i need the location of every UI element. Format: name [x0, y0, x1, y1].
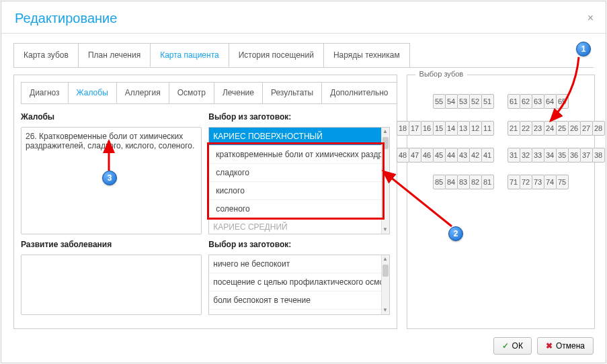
template-item[interactable]: посещение с целью профилактического осмо…	[209, 273, 380, 291]
tooth-46[interactable]: 46	[421, 148, 434, 163]
teeth-panel-label: Выбор зубов	[415, 70, 468, 78]
callout-1: 1	[576, 42, 591, 56]
tooth-26[interactable]: 26	[568, 121, 581, 136]
tooth-85[interactable]: 85	[433, 175, 446, 189]
scrollbar[interactable]: ▲ ▼	[381, 128, 389, 234]
sub-tab-5[interactable]: Результаты	[262, 82, 322, 103]
templates1-list[interactable]: КАРИЕС ПОВЕРХНОСТНЫЙкратковременные боли…	[208, 127, 389, 234]
template-item[interactable]: кислого	[209, 182, 380, 200]
tooth-53[interactable]: 53	[457, 94, 470, 109]
tooth-75[interactable]: 75	[556, 175, 569, 189]
tooth-28[interactable]: 28	[592, 121, 605, 136]
tooth-82[interactable]: 82	[469, 175, 482, 189]
template-item[interactable]: боли беспокоят в течение	[209, 291, 380, 310]
tooth-37[interactable]: 37	[580, 148, 593, 163]
tooth-22[interactable]: 22	[520, 121, 532, 136]
teeth-row: 48474645444342413132333435363738	[397, 148, 605, 163]
tooth-44[interactable]: 44	[445, 148, 458, 163]
disease-dev-text[interactable]	[21, 255, 202, 315]
tooth-32[interactable]: 32	[520, 148, 532, 163]
scroll-down-icon[interactable]: ▼	[382, 226, 389, 234]
tooth-72[interactable]: 72	[520, 175, 532, 189]
tooth-54[interactable]: 54	[445, 94, 458, 109]
template-item[interactable]: сладкого	[209, 164, 380, 182]
tooth-55[interactable]: 55	[433, 94, 446, 109]
tooth-21[interactable]: 21	[508, 121, 520, 136]
templates2-label: Выбор из заготовок:	[208, 238, 389, 251]
close-icon[interactable]: ×	[588, 12, 594, 24]
scroll-up-icon[interactable]: ▲	[382, 128, 389, 136]
tooth-27[interactable]: 27	[580, 121, 593, 136]
sub-tab-1[interactable]: Жалобы	[68, 82, 117, 103]
teeth-group: 4847464544434241	[397, 148, 494, 163]
main-tab-0[interactable]: Карта зубов	[13, 43, 79, 67]
main-tab-1[interactable]: План лечения	[78, 43, 151, 67]
tooth-25[interactable]: 25	[556, 121, 569, 136]
tooth-17[interactable]: 17	[409, 121, 421, 136]
sub-tab-3[interactable]: Осмотр	[169, 82, 214, 103]
teeth-panel: Выбор зубов 5554535251616263646518171615…	[407, 75, 595, 329]
tooth-24[interactable]: 24	[544, 121, 557, 136]
tooth-48[interactable]: 48	[397, 148, 409, 163]
tooth-71[interactable]: 71	[508, 175, 520, 189]
tooth-23[interactable]: 23	[532, 121, 544, 136]
scroll-thumb[interactable]	[382, 137, 389, 149]
tooth-42[interactable]: 42	[469, 148, 482, 163]
edit-dialog: Редактирование × Карта зубовПлан лечения…	[1, 1, 606, 363]
tooth-43[interactable]: 43	[457, 148, 470, 163]
tooth-15[interactable]: 15	[433, 121, 446, 136]
template-item[interactable]: соленого	[209, 200, 380, 218]
callout-3: 3	[102, 171, 117, 185]
tooth-16[interactable]: 16	[421, 121, 434, 136]
main-tab-4[interactable]: Наряды техникам	[323, 43, 410, 67]
template-item[interactable]: кратковременные боли от химических раздр…	[209, 146, 380, 164]
template-item[interactable]: 1 дня	[209, 310, 380, 314]
tooth-36[interactable]: 36	[568, 148, 581, 163]
tooth-65[interactable]: 65	[556, 94, 569, 109]
tooth-61[interactable]: 61	[508, 94, 520, 109]
tooth-81[interactable]: 81	[481, 175, 494, 189]
tooth-51[interactable]: 51	[481, 94, 494, 109]
tooth-84[interactable]: 84	[445, 175, 458, 189]
teeth-group: 5554535251	[433, 94, 494, 109]
tooth-62[interactable]: 62	[520, 94, 532, 109]
cancel-icon: ✖	[546, 341, 553, 351]
tooth-52[interactable]: 52	[469, 94, 482, 109]
sub-tab-6[interactable]: Дополнительно	[321, 82, 397, 103]
main-tab-3[interactable]: История посещений	[229, 43, 324, 67]
tooth-35[interactable]: 35	[556, 148, 569, 163]
teeth-row: 55545352516162636465	[433, 94, 569, 109]
tooth-38[interactable]: 38	[592, 148, 605, 163]
tooth-83[interactable]: 83	[457, 175, 470, 189]
templates2-list[interactable]: ничего не беспокоитпосещение с целью про…	[208, 255, 389, 315]
cancel-button[interactable]: ✖Отмена	[537, 337, 594, 355]
scroll-up-icon[interactable]: ▲	[382, 255, 389, 263]
tooth-14[interactable]: 14	[445, 121, 458, 136]
tooth-73[interactable]: 73	[532, 175, 544, 189]
tooth-74[interactable]: 74	[544, 175, 557, 189]
template-item[interactable]: КАРИЕС СРЕДНИЙ	[209, 218, 380, 234]
tooth-34[interactable]: 34	[544, 148, 557, 163]
templates1-label: Выбор из заготовок:	[208, 111, 389, 123]
tooth-31[interactable]: 31	[508, 148, 520, 163]
main-tab-2[interactable]: Карта пациента	[150, 43, 229, 67]
template-item[interactable]: ничего не беспокоит	[209, 255, 380, 273]
tooth-64[interactable]: 64	[544, 94, 557, 109]
template-item[interactable]: КАРИЕС ПОВЕРХНОСТНЫЙ	[209, 128, 380, 146]
tooth-33[interactable]: 33	[532, 148, 544, 163]
tooth-63[interactable]: 63	[532, 94, 544, 109]
tooth-12[interactable]: 12	[469, 121, 482, 136]
scroll-thumb[interactable]	[382, 265, 389, 277]
tooth-45[interactable]: 45	[433, 148, 446, 163]
tooth-41[interactable]: 41	[481, 148, 494, 163]
sub-tab-2[interactable]: Аллергия	[116, 82, 169, 103]
ok-button[interactable]: ✓ОК	[493, 337, 532, 355]
tooth-13[interactable]: 13	[457, 121, 470, 136]
sub-tab-0[interactable]: Диагноз	[21, 82, 69, 103]
scrollbar[interactable]: ▲ ▼	[381, 255, 389, 314]
tooth-47[interactable]: 47	[409, 148, 421, 163]
tooth-18[interactable]: 18	[397, 121, 409, 136]
tooth-11[interactable]: 11	[481, 121, 494, 136]
sub-tab-4[interactable]: Лечение	[214, 82, 263, 103]
scroll-down-icon[interactable]: ▼	[382, 306, 389, 314]
